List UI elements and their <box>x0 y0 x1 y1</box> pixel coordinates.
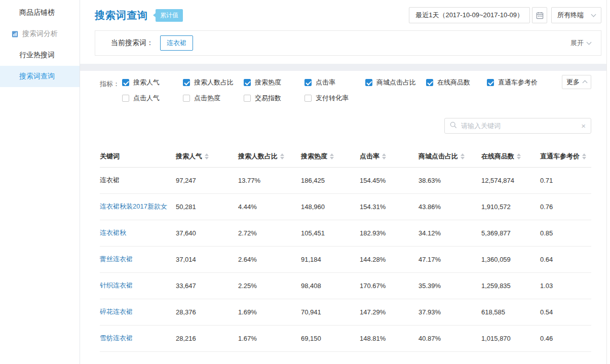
sort-icon[interactable] <box>280 153 284 159</box>
sort-icon[interactable] <box>205 153 209 159</box>
sidebar: 商品店铺榜搜索词分析行业热搜词搜索词查询 <box>0 0 80 364</box>
keyword-search-input[interactable] <box>461 122 577 130</box>
sidebar-item-search-term-analysis[interactable]: 搜索词分析 <box>0 23 80 45</box>
column-header[interactable]: 搜索热度 <box>301 146 360 167</box>
sidebar-item-label: 行业热搜词 <box>19 51 55 60</box>
sort-icon[interactable] <box>582 153 586 159</box>
indicator-label: 搜索人数占比 <box>194 78 234 87</box>
checkbox-unchecked-icon[interactable] <box>304 95 312 102</box>
value-cell: 4.44% <box>238 193 301 220</box>
indicator-label: 点击热度 <box>194 94 220 103</box>
value-cell: 154.45% <box>360 167 418 193</box>
calendar-button[interactable] <box>532 7 547 23</box>
value-cell: 40.87% <box>418 325 481 351</box>
value-cell: 105,451 <box>301 220 360 246</box>
value-cell: 37.93% <box>418 299 481 325</box>
value-cell: 186,425 <box>301 167 360 193</box>
current-term-chip[interactable]: 连衣裙 <box>160 35 193 51</box>
keyword-search: × <box>444 118 591 134</box>
column-header[interactable]: 点击率 <box>360 146 418 167</box>
keyword-cell[interactable]: 连衣裙秋装2017新款女 <box>100 203 167 210</box>
indicator-option[interactable]: 支付转化率 <box>304 94 365 103</box>
sidebar-item-industry-hot-words[interactable]: 行业热搜词 <box>0 45 80 66</box>
value-cell: 1.69% <box>238 299 301 325</box>
indicator-option[interactable]: 在线商品数 <box>426 78 487 87</box>
indicator-label: 商城点击占比 <box>376 78 416 87</box>
keyword-cell[interactable]: 蕾丝连衣裙 <box>100 255 133 263</box>
more-button[interactable]: 更多 <box>562 75 591 89</box>
value-cell: 38.63% <box>418 167 481 193</box>
sort-icon[interactable] <box>461 153 465 159</box>
value-cell: 0.76 <box>540 193 591 220</box>
value-cell: 47.17% <box>418 246 481 272</box>
column-header[interactable]: 搜索人数占比 <box>238 146 301 167</box>
indicator-label: 搜索热度 <box>255 78 281 87</box>
value-cell: 0.54 <box>540 299 591 325</box>
checkbox-unchecked-icon[interactable] <box>122 95 129 102</box>
checkbox-checked-icon[interactable] <box>183 79 190 86</box>
value-cell: 69,150 <box>301 325 360 351</box>
value-cell: 148,960 <box>301 193 360 220</box>
checkbox-unchecked-icon[interactable] <box>244 95 251 102</box>
terminal-select[interactable]: 所有终端 <box>551 7 601 23</box>
value-cell: 35.39% <box>418 272 481 299</box>
column-header-label: 直通车参考价 <box>540 152 580 160</box>
sort-icon[interactable] <box>517 153 521 159</box>
column-header[interactable]: 商城点击占比 <box>418 146 481 167</box>
indicator-option[interactable]: 点击率 <box>304 78 365 87</box>
main-content: 搜索词查询 累计值 最近1天（2017-10-09~2017-10-09） 所有… <box>80 0 610 364</box>
keywords-table: 关键词搜索人气搜索人数占比搜索热度点击率商城点击占比在线商品数直通车参考价 连衣… <box>100 146 591 352</box>
indicator-option[interactable]: 搜索人气 <box>122 78 183 87</box>
checkbox-unchecked-icon[interactable] <box>183 95 190 102</box>
value-cell: 5,369,877 <box>481 220 540 246</box>
date-range-picker[interactable]: 最近1天（2017-10-09~2017-10-09） <box>409 7 530 23</box>
indicator-label: 在线商品数 <box>437 78 470 87</box>
keyword-cell[interactable]: 碎花连衣裙 <box>100 308 133 315</box>
keyword-cell[interactable]: 雪纺连衣裙 <box>100 334 133 342</box>
checkbox-checked-icon[interactable] <box>122 79 129 86</box>
sidebar-item-label: 搜索词分析 <box>22 29 58 38</box>
sidebar-item-search-term-query[interactable]: 搜索词查询 <box>0 66 80 87</box>
indicator-option[interactable]: 搜索热度 <box>244 78 304 87</box>
value-cell: 34.12% <box>418 220 481 246</box>
checkbox-checked-icon[interactable] <box>244 79 251 86</box>
sidebar-item-product-store-ranking[interactable]: 商品店铺榜 <box>0 2 80 23</box>
indicator-option[interactable]: 搜索人数占比 <box>183 78 244 87</box>
value-cell: 50,281 <box>176 193 238 220</box>
cumulative-value-badge: 累计值 <box>156 9 183 22</box>
sort-icon[interactable] <box>330 153 334 159</box>
scrollbar-track[interactable] <box>606 0 610 364</box>
value-cell: 0.64 <box>540 246 591 272</box>
indicator-option[interactable]: 点击人气 <box>122 94 183 103</box>
checkbox-checked-icon[interactable] <box>487 79 494 86</box>
checkbox-checked-icon[interactable] <box>365 79 372 86</box>
keyword-cell[interactable]: 连衣裙秋 <box>100 229 126 236</box>
table-row: 针织连衣裙33,6472.25%98,408170.67%35.39%1,259… <box>100 272 591 299</box>
sidebar-item-label: 商品店铺榜 <box>19 8 55 17</box>
keyword-cell[interactable]: 针织连衣裙 <box>100 281 133 289</box>
indicator-option[interactable]: 点击热度 <box>183 94 244 103</box>
table-row: 连衣裙97,24713.77%186,425154.45%38.63%12,57… <box>100 167 591 193</box>
column-header-label: 关键词 <box>100 152 120 160</box>
sort-icon[interactable] <box>382 153 386 159</box>
chevron-up-icon <box>583 80 588 86</box>
clear-icon[interactable]: × <box>581 122 586 130</box>
column-header-label: 搜索人气 <box>176 152 202 160</box>
section-divider <box>80 64 610 71</box>
column-header[interactable]: 搜索人气 <box>176 146 238 167</box>
checkbox-checked-icon[interactable] <box>304 79 312 86</box>
indicator-option[interactable]: 直通车参考价 <box>487 78 548 87</box>
indicator-option[interactable]: 交易指数 <box>244 94 304 103</box>
column-header[interactable]: 在线商品数 <box>481 146 540 167</box>
column-header[interactable]: 直通车参考价 <box>540 146 591 167</box>
value-cell: 28,376 <box>176 299 238 325</box>
expand-toggle[interactable]: 展开 <box>570 38 591 48</box>
checkbox-checked-icon[interactable] <box>426 79 433 86</box>
value-cell: 33,647 <box>176 272 238 299</box>
column-header-label: 点击率 <box>360 152 379 160</box>
date-range-text: 最近1天（2017-10-09~2017-10-09） <box>415 11 523 20</box>
chevron-down-icon <box>591 12 596 17</box>
column-header-label: 搜索热度 <box>301 152 327 160</box>
current-term-panel: 当前搜索词： 连衣裙 展开 <box>95 30 601 56</box>
indicator-option[interactable]: 商城点击占比 <box>365 78 426 87</box>
